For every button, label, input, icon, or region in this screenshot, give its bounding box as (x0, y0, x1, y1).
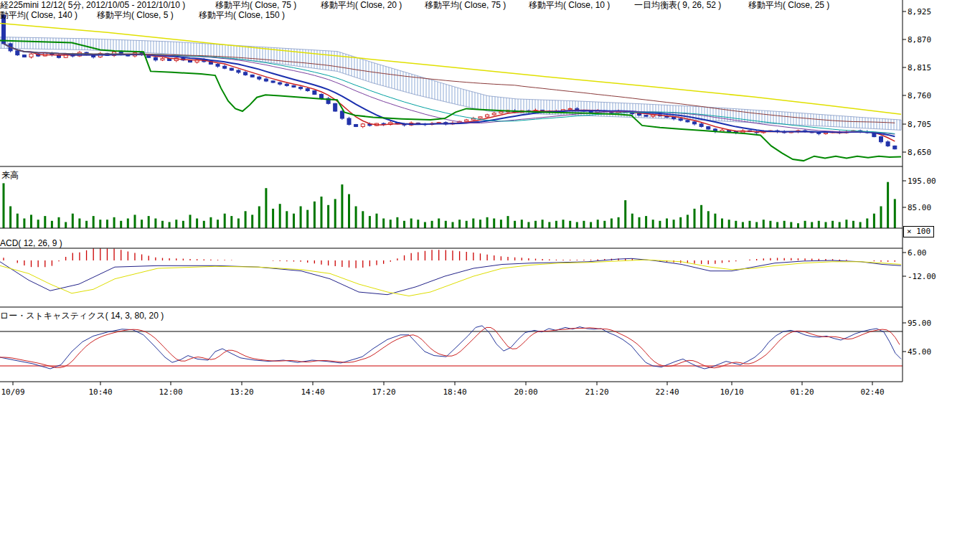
price-axis-label-3: 8,760 (908, 91, 931, 100)
legend-item-4[interactable]: 移動平均( Close, 10 ) (529, 1, 610, 10)
time-axis-label-1: 10:40 (85, 387, 116, 397)
price-axis-label-4: 8,705 (908, 120, 931, 129)
legend-item-1[interactable]: 移動平均( Close, 75 ) (215, 1, 296, 10)
volume-multiplier-badge: × 100 (903, 226, 934, 237)
time-axis-label-2: 12:00 (155, 387, 187, 397)
stoch-axis-label-1: 45.00 (908, 347, 931, 357)
legend-item-b2[interactable]: 移動平均( Close, 150 ) (199, 11, 285, 20)
volume-axis-label-1: 85.00 (908, 203, 931, 212)
time-axis-label-3: 13:20 (226, 387, 258, 397)
volume-axis-label-0: 195.00 (908, 176, 936, 186)
time-axis-label-8: 21:20 (581, 387, 613, 397)
time-axis-label-0: 10/09 (0, 387, 29, 397)
legend-item-b1[interactable]: 移動平均( Close, 5 ) (97, 11, 174, 20)
volume-panel-title: 来高 (1, 169, 19, 182)
legend-item-3[interactable]: 移動平均( Close, 75 ) (425, 1, 506, 10)
time-axis-label-12: 02:40 (857, 387, 888, 397)
time-axis-label-10: 10/10 (716, 387, 748, 397)
macd-panel-title: ACD( 12, 26, 9 ) (0, 238, 62, 248)
price-axis-label-1: 8,870 (908, 35, 931, 44)
stoch-axis-label-0: 95.00 (908, 319, 931, 328)
time-axis-label-7: 20:00 (510, 387, 542, 397)
legend-item-0[interactable]: 経225mini 12/12( 5分, 2012/10/05 - 2012/10… (0, 1, 185, 10)
time-axis-label-4: 14:40 (297, 387, 329, 397)
price-axis-label-2: 8,815 (908, 63, 931, 72)
macd-axis-label-1: -12.00 (908, 272, 936, 281)
legend-item-5[interactable]: 一目均衡表( 9, 26, 52 ) (634, 1, 721, 10)
chart-canvas[interactable] (0, 0, 980, 402)
stochastics-panel-title: ロー・ストキャスティクス( 14, 3, 80, 20 ) (0, 310, 164, 322)
chart-application-window: 経225mini 12/12( 5分, 2012/10/05 - 2012/10… (0, 0, 980, 551)
time-axis-label-9: 22:40 (651, 387, 683, 397)
price-axis-label-5: 8,650 (908, 148, 931, 157)
macd-axis-label-0: 6.00 (908, 248, 927, 258)
legend-item-6[interactable]: 移動平均( Close, 25 ) (748, 1, 829, 10)
price-axis-label-0: 8,925 (908, 7, 931, 17)
time-axis-label-11: 01:20 (786, 387, 818, 397)
legend-item-b0[interactable]: 動平均( Close, 140 ) (0, 11, 77, 20)
legend-item-2[interactable]: 移動平均( Close, 20 ) (321, 1, 402, 10)
time-axis-label-5: 17:20 (368, 387, 400, 397)
time-axis-label-6: 18:40 (439, 387, 471, 397)
